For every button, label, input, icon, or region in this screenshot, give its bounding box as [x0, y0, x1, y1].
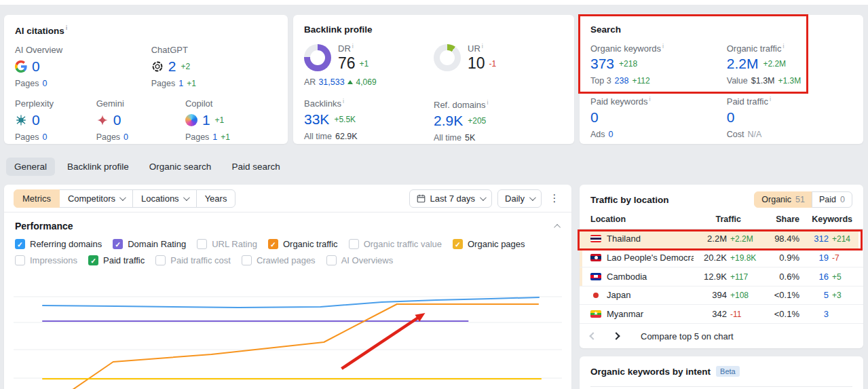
table-row[interactable]: Thailand 2.2M+2.2M 98.4% 312+214 [580, 229, 863, 248]
metric-checkbox[interactable]: Impressions [15, 255, 77, 265]
pages-link[interactable]: 1 [178, 79, 183, 88]
tab-paid-search[interactable]: Paid search [223, 158, 288, 176]
checkbox-icon[interactable] [326, 255, 337, 265]
metric-checkbox-label: Organic traffic [283, 239, 338, 249]
traffic-by-location-title: Traffic by location [590, 195, 669, 205]
kebab-menu-icon[interactable] [547, 192, 562, 204]
keywords-link[interactable]: 5 [799, 290, 829, 300]
ref-domains-value[interactable]: 2.9K [434, 113, 463, 129]
next-page-icon[interactable] [612, 332, 620, 339]
traffic-table-body: Thailand 2.2M+2.2M 98.4% 312+214 Lao Peo… [580, 229, 863, 323]
ar-link[interactable]: 31,533 [318, 77, 344, 87]
locations-filter-button[interactable]: Locations [132, 189, 197, 208]
checkbox-icon[interactable] [15, 239, 25, 249]
metric-checkbox[interactable]: Crawled pages [242, 255, 316, 265]
metric-checkbox[interactable]: Organic pages [453, 239, 525, 249]
series-organic-traffic [54, 304, 539, 389]
performance-card: Metrics Competitors Locations Years Last… [4, 185, 571, 389]
metric-checkbox[interactable]: AI Overviews [326, 255, 394, 265]
pages-link[interactable]: 0 [124, 132, 128, 142]
tab-organic-search[interactable]: Organic search [141, 158, 220, 176]
perplexity-value: 0 [32, 112, 40, 128]
backlinks-value[interactable]: 33K [304, 111, 329, 128]
location-name[interactable]: Japan [607, 290, 630, 300]
checkbox-icon[interactable] [349, 239, 359, 249]
metric-checkbox[interactable]: Paid traffic cost [155, 255, 231, 265]
metric-checkbox[interactable]: Organic traffic [268, 239, 338, 249]
copilot-stat: Copilot 1 +1 Pages1+1 [185, 98, 277, 142]
section-tabs: General Backlink profile Organic search … [6, 158, 288, 176]
table-row[interactable]: Myanmar 342-11 <0.1% 3 [580, 304, 863, 323]
checkbox-icon[interactable] [453, 239, 463, 249]
info-icon[interactable] [486, 100, 489, 111]
info-icon[interactable] [64, 26, 68, 36]
collapse-chevron-up-icon[interactable] [554, 223, 561, 230]
top-strip [0, 0, 868, 5]
location-name[interactable]: Thailand [607, 234, 641, 244]
keywords-link[interactable]: 16 [799, 272, 829, 282]
country-flag-icon [590, 254, 601, 261]
info-icon[interactable] [768, 97, 771, 107]
tab-backlink-profile[interactable]: Backlink profile [59, 158, 137, 176]
top3-link[interactable]: 238 [615, 76, 629, 86]
metric-checkbox[interactable]: Organic traffic value [349, 239, 442, 249]
info-icon[interactable] [781, 43, 784, 54]
compare-top5-link[interactable]: Compare top 5 on chart [641, 331, 734, 341]
metric-checkbox[interactable]: Referring domains [15, 239, 102, 249]
location-name[interactable]: Cambodia [607, 272, 647, 282]
chatgpt-value: 2 [168, 58, 176, 75]
checkbox-icon[interactable] [15, 255, 25, 265]
metric-checkbox[interactable]: Paid traffic [88, 255, 145, 265]
table-row[interactable]: Japan 394+108 <0.1% 5+3 [580, 286, 863, 305]
checkbox-icon[interactable] [155, 255, 166, 265]
gemini-stat: Gemini 0 Pages0 [96, 98, 185, 142]
dr-label: DR [338, 43, 369, 54]
info-icon[interactable] [351, 43, 354, 54]
pages-link[interactable]: 1 [212, 132, 217, 142]
info-icon[interactable] [661, 43, 664, 54]
gemini-value: 0 [113, 112, 121, 128]
tab-general[interactable]: General [6, 158, 55, 176]
checkbox-icon[interactable] [113, 239, 123, 249]
divider [590, 386, 852, 387]
checkbox-icon[interactable] [88, 255, 98, 265]
table-row[interactable]: Cambodia 12.9K+117 0.6% 16+5 [580, 267, 863, 286]
years-filter-button[interactable]: Years [196, 189, 236, 208]
paid-keywords-value[interactable]: 0 [590, 109, 599, 126]
table-row[interactable]: Lao People's Democratic Reput 20.2K+19.8… [580, 248, 863, 267]
location-name[interactable]: Lao People's Democratic Reput [607, 253, 694, 263]
info-icon[interactable] [480, 43, 483, 54]
keywords-link[interactable]: 3 [799, 309, 829, 319]
share-value: <0.1% [761, 309, 799, 319]
toggle-organic[interactable]: Organic51 [754, 191, 812, 208]
checkbox-icon[interactable] [242, 255, 252, 265]
organic-traffic-value[interactable]: 2.2M [727, 56, 759, 72]
organic-keywords-stat: Organic keywords 373+218 Top 3238+112 [590, 43, 727, 86]
perplexity-icon [15, 114, 27, 126]
info-icon[interactable] [341, 99, 344, 109]
ads-link[interactable]: 0 [609, 130, 614, 139]
granularity-button[interactable]: Daily [497, 189, 542, 208]
paid-traffic-value[interactable]: 0 [727, 109, 735, 126]
metric-checkbox[interactable]: Domain Rating [113, 239, 186, 249]
keywords-by-intent-card: Organic keywords by intent Beta [580, 356, 863, 389]
pages-link[interactable]: 0 [42, 79, 47, 88]
organic-keywords-value[interactable]: 373 [590, 56, 614, 72]
keywords-link[interactable]: 19 [799, 253, 829, 263]
competitors-filter-button[interactable]: Competitors [59, 189, 133, 208]
copilot-value: 1 [202, 112, 210, 128]
checkbox-icon[interactable] [197, 239, 207, 249]
date-range-button[interactable]: Last 7 days [409, 189, 493, 208]
checkbox-icon[interactable] [268, 239, 278, 249]
prev-page-icon[interactable] [589, 332, 597, 339]
location-name[interactable]: Myanmar [607, 309, 643, 319]
traffic-value: 394 [694, 290, 727, 300]
metric-checkbox[interactable]: URL Rating [197, 239, 257, 249]
info-icon[interactable] [648, 97, 651, 107]
organic-traffic-stat: Organic traffic 2.2M+2.2M Value$1.3M+1.3… [727, 43, 852, 86]
pages-link[interactable]: 0 [42, 132, 47, 142]
keywords-link[interactable]: 312 [799, 234, 829, 244]
backlink-profile-title: Backlink profile [304, 24, 563, 35]
metrics-filter-button[interactable]: Metrics [14, 189, 60, 208]
toggle-paid[interactable]: Paid0 [812, 191, 852, 208]
